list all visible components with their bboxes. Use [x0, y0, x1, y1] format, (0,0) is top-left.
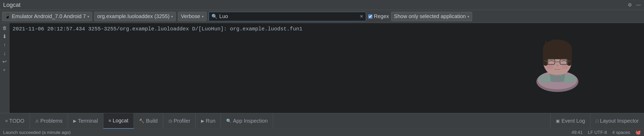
show-selected-chevron-icon: ▾: [467, 14, 469, 19]
problems-icon: ⚠: [35, 118, 39, 123]
down-arrow-icon: ↓: [3, 50, 6, 56]
tab-terminal[interactable]: ▶ Terminal: [68, 113, 103, 129]
device-chevron-icon: ▾: [87, 14, 89, 19]
tab-build-label: Build: [146, 118, 157, 124]
scroll-down-button[interactable]: ↓: [1, 49, 9, 57]
app-inspection-icon: 🔍: [226, 118, 231, 123]
scroll-to-end-icon: ⬇: [2, 33, 7, 40]
character-illustration: [523, 24, 592, 97]
tab-todo[interactable]: ≡ TODO: [0, 113, 30, 129]
tab-profiler[interactable]: ◷ Profiler: [163, 113, 196, 129]
scroll-up-button[interactable]: ↑: [1, 41, 9, 49]
logcat-icon: ≡: [109, 118, 111, 123]
event-log-icon: ▣: [556, 118, 560, 123]
git-icon: 🐙: [635, 130, 641, 135]
todo-icon: ≡: [5, 119, 8, 123]
tab-event-log-label: Event Log: [561, 118, 585, 124]
tab-app-inspection-label: App Inspection: [233, 118, 268, 124]
device-selector[interactable]: 📱 Emulator Android_7.0 Android 7 ▾: [2, 12, 92, 21]
left-actions-sidebar: 🗑 ⬇ ↑ ↓ ↩ »: [0, 23, 9, 113]
title-bar-left: Logcat: [3, 2, 20, 8]
regex-toggle[interactable]: Regex: [368, 13, 389, 19]
tab-todo-label: TODO: [9, 118, 24, 124]
tab-layout-inspector[interactable]: □ Layout Inspector: [590, 113, 644, 129]
clear-logcat-button[interactable]: 🗑: [1, 24, 9, 32]
title-bar-right: ⚙ —: [628, 2, 641, 8]
clear-icon: 🗑: [2, 25, 7, 31]
show-selected-dropdown[interactable]: Show only selected application ▾: [391, 12, 472, 21]
regex-checkbox[interactable]: [368, 14, 372, 19]
toolbar: 📱 Emulator Android_7.0 Android 7 ▾ org.e…: [0, 10, 644, 23]
bottom-right-tabs: ▣ Event Log □ Layout Inspector: [550, 113, 644, 129]
tab-problems[interactable]: ⚠ Problems: [30, 113, 68, 129]
status-bar: Launch succeeded (a minute ago) 49:41 LF…: [0, 129, 644, 136]
clear-search-icon[interactable]: ✕: [360, 14, 363, 19]
search-input[interactable]: [219, 13, 358, 19]
minimize-icon[interactable]: —: [636, 2, 641, 8]
svg-point-16: [547, 65, 553, 69]
tab-problems-label: Problems: [40, 118, 62, 124]
scroll-to-end-button[interactable]: ⬇: [1, 32, 9, 40]
search-box: 🔍 ✕: [209, 12, 366, 21]
svg-point-15: [556, 64, 558, 66]
log-area: 2021-11-06 20:12:57.434 3255-3255/org.ex…: [9, 23, 644, 113]
show-selected-label: Show only selected application: [394, 13, 466, 19]
wrap-toggle-button[interactable]: ↩: [1, 58, 9, 66]
title-bar: Logcat ⚙ —: [0, 0, 644, 10]
tab-event-log[interactable]: ▣ Event Log: [550, 113, 590, 129]
tab-app-inspection[interactable]: 🔍 App Inspection: [221, 113, 273, 129]
more-options-button[interactable]: »: [1, 66, 9, 74]
status-indent: 4 spaces: [612, 130, 630, 135]
tab-terminal-label: Terminal: [78, 118, 98, 124]
build-icon: 🔨: [139, 118, 144, 123]
app-title: Logcat: [3, 2, 20, 8]
log-level-selector[interactable]: Verbose ▾: [178, 12, 206, 21]
up-arrow-icon: ↑: [3, 42, 6, 48]
terminal-icon: ▶: [73, 118, 76, 123]
tab-profiler-label: Profiler: [174, 118, 190, 124]
app-selector[interactable]: org.example.luoloaddex (3255) ▾: [94, 12, 176, 21]
status-encoding: LF UTF-8: [588, 130, 607, 135]
log-level-chevron-icon: ▾: [202, 14, 204, 19]
layout-inspector-icon: □: [596, 119, 598, 123]
search-icon: 🔍: [212, 14, 217, 19]
tab-run-label: Run: [206, 118, 215, 124]
launch-status-text: Launch succeeded (a minute ago): [3, 130, 71, 135]
settings-icon[interactable]: ⚙: [628, 2, 632, 8]
run-icon: ▶: [201, 118, 204, 123]
bottom-bar: ≡ TODO ⚠ Problems ▶ Terminal ≡ Logcat 🔨 …: [0, 113, 644, 129]
regex-label: Regex: [374, 13, 389, 19]
tab-logcat[interactable]: ≡ Logcat: [103, 113, 134, 129]
tab-build[interactable]: 🔨 Build: [134, 113, 163, 129]
tab-layout-inspector-label: Layout Inspector: [600, 118, 639, 124]
profiler-icon: ◷: [168, 118, 172, 123]
app-label: org.example.luoloaddex (3255): [97, 13, 170, 19]
device-label: Emulator Android_7.0 Android 7: [12, 13, 86, 19]
bottom-tabs: ≡ TODO ⚠ Problems ▶ Terminal ≡ Logcat 🔨 …: [0, 113, 273, 129]
wrap-icon: ↩: [2, 58, 7, 65]
status-time: 49:41: [572, 130, 583, 135]
tab-logcat-label: Logcat: [113, 118, 128, 124]
tab-run[interactable]: ▶ Run: [196, 113, 221, 129]
log-level-label: Verbose: [181, 13, 200, 19]
app-chevron-icon: ▾: [171, 14, 173, 19]
svg-point-17: [562, 65, 568, 69]
more-icon: »: [2, 69, 7, 71]
status-right: 49:41 LF UTF-8 4 spaces 🐙: [572, 130, 641, 135]
